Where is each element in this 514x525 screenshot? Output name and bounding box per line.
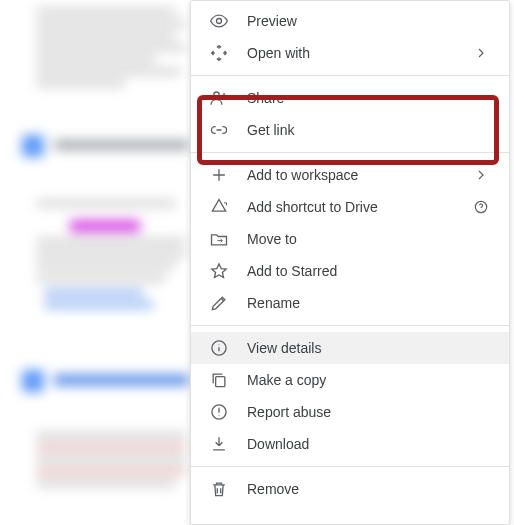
menu-item-share[interactable]: Share: [191, 82, 509, 114]
svg-point-0: [217, 19, 222, 24]
menu-item-label: Share: [247, 90, 491, 106]
menu-item-label: Make a copy: [247, 372, 491, 388]
menu-item-label: Get link: [247, 122, 491, 138]
menu-item-star[interactable]: Add to Starred: [191, 255, 509, 287]
eye-icon: [209, 11, 229, 31]
trash-icon: [209, 479, 229, 499]
menu-item-label: Rename: [247, 295, 491, 311]
info-icon: [209, 338, 229, 358]
pencil-icon: [209, 293, 229, 313]
menu-item-move-to[interactable]: Move to: [191, 223, 509, 255]
person-add-icon: [209, 88, 229, 108]
chevron-right-icon: [471, 167, 491, 183]
svg-point-1: [214, 92, 219, 97]
menu-item-label: Report abuse: [247, 404, 491, 420]
menu-item-label: Add to workspace: [247, 167, 471, 183]
link-icon: [209, 120, 229, 140]
plus-icon: [209, 165, 229, 185]
download-icon: [209, 434, 229, 454]
menu-separator: [191, 152, 509, 153]
menu-item-label: Preview: [247, 13, 491, 29]
menu-item-label: Move to: [247, 231, 491, 247]
star-icon: [209, 261, 229, 281]
svg-point-3: [481, 210, 482, 211]
menu-item-label: Remove: [247, 481, 491, 497]
menu-item-label: Download: [247, 436, 491, 452]
menu-item-label: Add shortcut to Drive: [247, 199, 471, 215]
svg-point-8: [219, 415, 220, 416]
menu-item-get-link[interactable]: Get link: [191, 114, 509, 146]
menu-item-download[interactable]: Download: [191, 428, 509, 460]
menu-separator: [191, 75, 509, 76]
menu-item-open-with[interactable]: Open with: [191, 37, 509, 69]
menu-item-report-abuse[interactable]: Report abuse: [191, 396, 509, 428]
menu-separator: [191, 466, 509, 467]
help-icon[interactable]: [471, 199, 491, 215]
drive-shortcut-icon: [209, 197, 229, 217]
menu-item-add-shortcut[interactable]: Add shortcut to Drive: [191, 191, 509, 223]
context-menu: Preview Open with Share Get link Add to …: [190, 0, 510, 525]
menu-item-preview[interactable]: Preview: [191, 5, 509, 37]
open-with-icon: [209, 43, 229, 63]
menu-item-add-workspace[interactable]: Add to workspace: [191, 159, 509, 191]
menu-item-rename[interactable]: Rename: [191, 287, 509, 319]
chevron-right-icon: [471, 45, 491, 61]
menu-item-view-details[interactable]: View details: [191, 332, 509, 364]
copy-icon: [209, 370, 229, 390]
menu-item-make-copy[interactable]: Make a copy: [191, 364, 509, 396]
menu-item-remove[interactable]: Remove: [191, 473, 509, 505]
menu-item-label: Add to Starred: [247, 263, 491, 279]
svg-point-5: [219, 344, 220, 345]
menu-item-label: View details: [247, 340, 491, 356]
svg-rect-6: [216, 377, 225, 387]
alert-icon: [209, 402, 229, 422]
menu-separator: [191, 325, 509, 326]
folder-move-icon: [209, 229, 229, 249]
menu-item-label: Open with: [247, 45, 471, 61]
